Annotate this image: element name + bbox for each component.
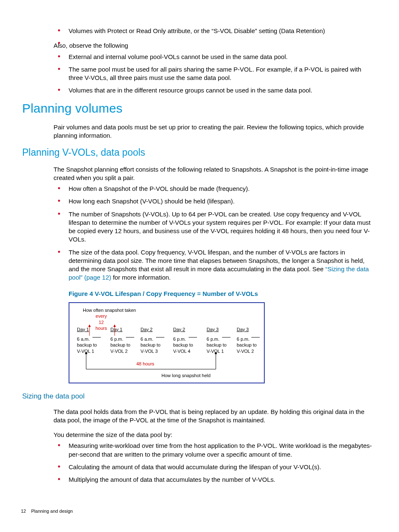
footer-page-number: 12 [21,509,26,514]
list-item: Volumes that are in the different resour… [54,86,376,95]
svg-marker-7 [88,324,91,327]
list-item: How often a Snapshot of the P-VOL should… [54,185,376,193]
also-intro: Also, observe the following [54,41,376,50]
page-footer: 12 Planning and design [21,508,73,514]
svg-marker-14 [215,352,217,354]
list-item: The number of Snapshots (V-VOLs). Up to … [54,210,376,244]
heading-sizing-data-pool: Sizing the data pool [22,392,376,401]
figure-caption: Figure 4 V-VOL Lifespan / Copy Frequency… [69,290,376,298]
list-item: Volumes with Protect or Read Only attrib… [54,27,376,35]
list-item: The size of the data pool. Copy frequenc… [54,248,376,282]
fig-red-48hours: 48 hours [136,361,154,367]
h1-paragraph: Pair volumes and data pools must be set … [54,123,376,140]
list-item: Multiplying the amount of data that accu… [54,475,376,484]
h3-paragraph-2: You determine the size of the data pool … [54,431,376,439]
footer-section-title: Planning and design [31,509,73,514]
heading-planning-vvols: Planning V-VOLs, data pools [22,146,376,159]
svg-marker-9 [113,324,116,327]
list-item: External and internal volume pool-VOLs c… [54,53,376,61]
h2-paragraph: The Snapshot planning effort consists of… [54,165,376,182]
heading-planning-volumes: Planning volumes [22,100,376,117]
also-bullet-list: External and internal volume pool-VOLs c… [54,53,376,95]
list-item: Calculating the amount of data that woul… [54,463,376,471]
h3-bullet-list: Measuring write-workload over time from … [54,442,376,484]
figure-4-diagram: How often snapshot taken every 12 hours … [69,302,265,383]
fig-svg-lines [69,303,264,383]
h3-paragraph-1: The data pool holds data from the P-VOL … [54,408,376,425]
bullet-text-post: for more information. [111,274,171,281]
list-item: The same pool must be used for all pairs… [54,65,376,82]
svg-marker-11 [85,352,87,354]
list-item: How long each Snapshot (V-VOL) should be… [54,197,376,206]
top-bullet-list: Volumes with Protect or Read Only attrib… [54,27,376,35]
bullet-text-pre: The size of the data pool. Copy frequenc… [69,249,365,273]
fig-bottom-label: How long snapshot held [161,373,210,379]
list-item: Measuring write-workload over time from … [54,442,376,459]
h2-bullet-list: How often a Snapshot of the P-VOL should… [54,185,376,282]
